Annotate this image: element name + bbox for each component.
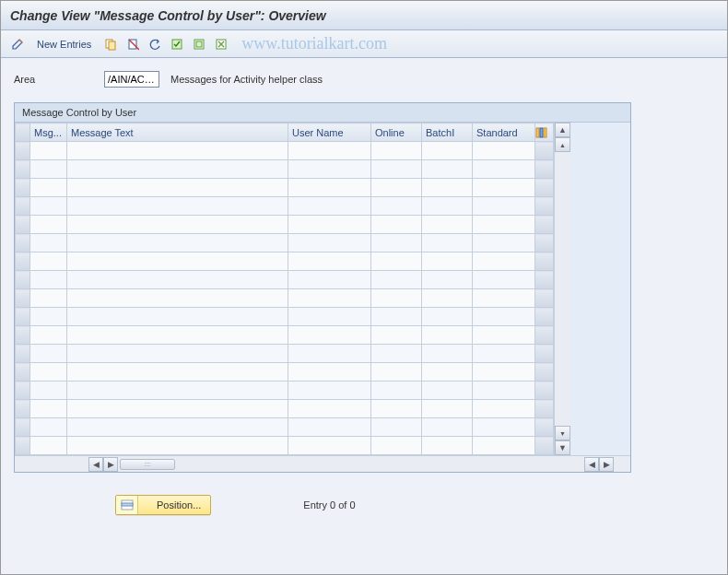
- cell[interactable]: [30, 381, 67, 400]
- cell[interactable]: [473, 252, 535, 271]
- cell[interactable]: [422, 418, 473, 437]
- scroll-right-inner-button[interactable]: ▶: [103, 457, 118, 472]
- cell[interactable]: [288, 142, 371, 160]
- cell[interactable]: [30, 326, 67, 345]
- cell[interactable]: [371, 345, 422, 363]
- cell[interactable]: [30, 418, 67, 437]
- row-selector[interactable]: [16, 216, 30, 234]
- row-selector[interactable]: [16, 252, 30, 271]
- cell[interactable]: [473, 345, 535, 363]
- cell[interactable]: [288, 271, 371, 289]
- cell[interactable]: [67, 437, 288, 455]
- cell[interactable]: [422, 216, 473, 234]
- select-block-icon[interactable]: [190, 35, 208, 53]
- cell[interactable]: [371, 216, 422, 234]
- cell[interactable]: [422, 271, 473, 289]
- cell[interactable]: [67, 142, 288, 160]
- cell[interactable]: [67, 345, 288, 363]
- cell[interactable]: [288, 216, 371, 234]
- table-row[interactable]: [16, 142, 554, 160]
- cell[interactable]: [422, 160, 473, 179]
- cell[interactable]: [371, 381, 422, 400]
- cell[interactable]: [371, 160, 422, 179]
- table-row[interactable]: [16, 216, 554, 234]
- cell[interactable]: [422, 179, 473, 197]
- cell[interactable]: [30, 271, 67, 289]
- cell[interactable]: [288, 160, 371, 179]
- cell[interactable]: [30, 142, 67, 160]
- position-button[interactable]: Position...: [115, 495, 211, 515]
- undo-change-icon[interactable]: [146, 35, 164, 53]
- cell[interactable]: [30, 437, 67, 455]
- cell[interactable]: [371, 197, 422, 216]
- table-row[interactable]: [16, 234, 554, 252]
- cell[interactable]: [288, 418, 371, 437]
- row-selector[interactable]: [16, 418, 30, 437]
- row-selector[interactable]: [16, 234, 30, 252]
- cell[interactable]: [473, 363, 535, 381]
- cell[interactable]: [371, 400, 422, 418]
- scroll-down-button[interactable]: ▼: [555, 440, 570, 455]
- table-row[interactable]: [16, 418, 554, 437]
- cell[interactable]: [371, 418, 422, 437]
- cell[interactable]: [473, 179, 535, 197]
- delete-icon[interactable]: [123, 35, 142, 53]
- new-entries-button[interactable]: New Entries: [30, 36, 98, 53]
- table-row[interactable]: [16, 271, 554, 289]
- cell[interactable]: [371, 308, 422, 326]
- cell[interactable]: [67, 381, 288, 400]
- cell[interactable]: [371, 179, 422, 197]
- table-row[interactable]: [16, 326, 554, 345]
- cell[interactable]: [473, 271, 535, 289]
- cell[interactable]: [288, 345, 371, 363]
- cell[interactable]: [288, 400, 371, 418]
- cell[interactable]: [288, 197, 371, 216]
- configure-columns-button[interactable]: [535, 123, 554, 142]
- cell[interactable]: [288, 234, 371, 252]
- cell[interactable]: [288, 252, 371, 271]
- cell[interactable]: [67, 234, 288, 252]
- cell[interactable]: [422, 400, 473, 418]
- cell[interactable]: [67, 308, 288, 326]
- cell[interactable]: [473, 216, 535, 234]
- cell[interactable]: [67, 271, 288, 289]
- table-row[interactable]: [16, 437, 554, 455]
- scroll-up-small-button[interactable]: ▲: [555, 137, 570, 152]
- column-message-text[interactable]: Message Text: [67, 123, 288, 142]
- cell[interactable]: [422, 437, 473, 455]
- cell[interactable]: [67, 160, 288, 179]
- cell[interactable]: [422, 381, 473, 400]
- deselect-all-icon[interactable]: [212, 35, 230, 53]
- cell[interactable]: [288, 326, 371, 345]
- cell[interactable]: [30, 197, 67, 216]
- cell[interactable]: [30, 289, 67, 308]
- cell[interactable]: [473, 381, 535, 400]
- cell[interactable]: [473, 160, 535, 179]
- cell[interactable]: [473, 418, 535, 437]
- cell[interactable]: [67, 179, 288, 197]
- row-selector[interactable]: [16, 363, 30, 381]
- cell[interactable]: [288, 437, 371, 455]
- cell[interactable]: [30, 160, 67, 179]
- cell[interactable]: [371, 252, 422, 271]
- column-online[interactable]: Online: [371, 123, 422, 142]
- cell[interactable]: [30, 252, 67, 271]
- cell[interactable]: [288, 308, 371, 326]
- row-selector[interactable]: [16, 345, 30, 363]
- scroll-left-end-button[interactable]: ◀: [584, 457, 599, 472]
- table-row[interactable]: [16, 345, 554, 363]
- column-msg[interactable]: Msg...: [30, 123, 67, 142]
- table-row[interactable]: [16, 308, 554, 326]
- toggle-display-change-icon[interactable]: [8, 35, 27, 53]
- cell[interactable]: [473, 437, 535, 455]
- row-selector[interactable]: [16, 381, 30, 400]
- cell[interactable]: [371, 142, 422, 160]
- cell[interactable]: [67, 363, 288, 381]
- select-all-column[interactable]: [16, 123, 30, 142]
- cell[interactable]: [422, 308, 473, 326]
- row-selector[interactable]: [16, 308, 30, 326]
- scroll-up-button[interactable]: ▲: [555, 123, 570, 137]
- cell[interactable]: [288, 179, 371, 197]
- row-selector[interactable]: [16, 289, 30, 308]
- cell[interactable]: [473, 197, 535, 216]
